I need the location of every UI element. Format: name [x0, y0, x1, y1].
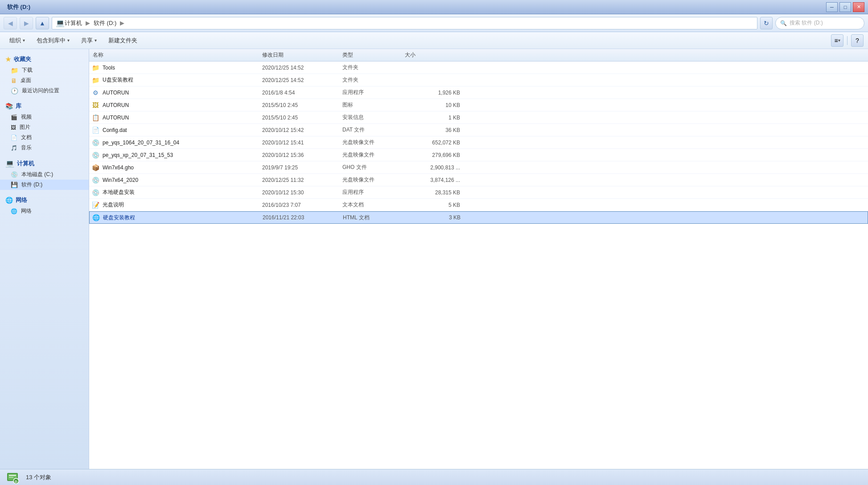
file-name: AUTORUN — [103, 102, 129, 108]
sidebar-item-desktop[interactable]: 🖥 桌面 — [0, 75, 89, 86]
sidebar-item-video[interactable]: 🎬 视频 — [0, 112, 89, 122]
sidebar-item-drive-d[interactable]: 💾 软件 (D:) — [0, 180, 89, 190]
sidebar-item-label: 网络 — [21, 207, 32, 215]
sidebar-item-picture[interactable]: 🖼 图片 — [0, 122, 89, 132]
back-button[interactable]: ◀ — [4, 17, 17, 29]
svg-text:D: D — [15, 480, 17, 484]
desktop-icon: 🖥 — [11, 77, 17, 84]
forward-button[interactable]: ▶ — [20, 17, 33, 29]
organize-button[interactable]: 组织 ▾ — [4, 34, 30, 47]
table-row[interactable]: 💿 pe_yqs_1064_20_07_31_16_04 2020/10/12 … — [89, 136, 868, 149]
network-label: 网络 — [16, 196, 27, 204]
file-type-cell: GHO 文件 — [339, 164, 401, 171]
table-row[interactable]: 💿 本地硬盘安装 2020/10/12 15:30 应用程序 28,315 KB — [89, 186, 868, 199]
table-row[interactable]: 📝 光盘说明 2016/10/23 7:07 文本文档 5 KB — [89, 199, 868, 211]
sidebar-item-drive-c[interactable]: 💿 本地磁盘 (C:) — [0, 169, 89, 180]
file-name-cell: 💿 pe_yqs_xp_20_07_31_15_53 — [89, 152, 259, 159]
library-header[interactable]: 📚 库 — [0, 100, 89, 112]
table-row[interactable]: 🖼 AUTORUN 2015/5/10 2:45 图标 10 KB — [89, 99, 868, 111]
file-name: 硬盘安装教程 — [103, 214, 135, 222]
file-type-cell: 图标 — [339, 101, 401, 109]
star-icon: ★ — [5, 56, 11, 63]
sidebar-section-favorites: ★ 收藏夹 📁 下载 🖥 桌面 🕐 最近访问的位置 — [0, 53, 89, 96]
file-name-cell: 🖼 AUTORUN — [89, 102, 259, 109]
file-size-cell: 279,696 KB — [401, 152, 464, 158]
sidebar-section-library: 📚 库 🎬 视频 🖼 图片 📄 文档 🎵 音乐 — [0, 100, 89, 153]
table-row[interactable]: 📦 Win7x64.gho 2019/9/7 19:25 GHO 文件 2,90… — [89, 161, 868, 174]
file-date-cell: 2020/10/12 15:30 — [259, 189, 339, 196]
toolbar-separator — [847, 36, 847, 45]
col-header-size[interactable]: 大小 — [401, 51, 464, 59]
sidebar-section-computer: 💻 计算机 💿 本地磁盘 (C:) 💾 软件 (D:) — [0, 157, 89, 190]
organize-label: 组织 — [9, 37, 21, 45]
file-date-cell: 2020/12/25 14:52 — [259, 65, 339, 71]
sidebar-item-download[interactable]: 📁 下载 — [0, 65, 89, 75]
table-row[interactable]: 📁 U盘安装教程 2020/12/25 14:52 文件夹 — [89, 74, 868, 86]
table-row[interactable]: 💿 Win7x64_2020 2020/12/25 11:32 光盘映像文件 3… — [89, 174, 868, 186]
col-header-modified[interactable]: 修改日期 — [259, 51, 339, 59]
computer-section-icon: 💻 — [5, 159, 14, 168]
download-icon: 📁 — [11, 67, 18, 74]
view-mode-button[interactable]: ≡ ▾ — [831, 34, 843, 47]
view-icon: ≡ — [834, 37, 838, 44]
network-header[interactable]: 🌐 网络 — [0, 194, 89, 206]
toolbar: 组织 ▾ 包含到库中 ▾ 共享 ▾ 新建文件夹 ≡ ▾ ? — [0, 32, 868, 49]
refresh-button[interactable]: ↻ — [760, 17, 773, 29]
window-title: 软件 (D:) — [4, 3, 30, 11]
table-row[interactable]: 🌐 硬盘安装教程 2016/11/21 22:03 HTML 文档 3 KB — [89, 211, 868, 224]
minimize-button[interactable]: ─ — [826, 2, 838, 12]
table-row[interactable]: 📋 AUTORUN 2015/5/10 2:45 安装信息 1 KB — [89, 111, 868, 124]
sidebar-item-music[interactable]: 🎵 音乐 — [0, 143, 89, 153]
new-folder-button[interactable]: 新建文件夹 — [103, 34, 142, 47]
help-button[interactable]: ? — [851, 34, 864, 47]
sidebar-item-document[interactable]: 📄 文档 — [0, 132, 89, 143]
file-name-cell: 📄 Config.dat — [89, 127, 259, 134]
view-dropdown-icon: ▾ — [838, 38, 840, 43]
address-path[interactable]: 💻 计算机 ▶ 软件 (D:) ▶ — [52, 17, 757, 29]
new-folder-label: 新建文件夹 — [108, 37, 137, 45]
sidebar-item-recent[interactable]: 🕐 最近访问的位置 — [0, 86, 89, 96]
share-button[interactable]: 共享 ▾ — [76, 34, 102, 47]
file-type-cell: 光盘映像文件 — [339, 139, 401, 146]
col-header-name[interactable]: 名称 — [89, 51, 259, 59]
help-icon: ? — [856, 37, 859, 44]
file-type-cell: 文件夹 — [339, 76, 401, 84]
col-header-type[interactable]: 类型 — [339, 51, 401, 59]
table-row[interactable]: 📄 Config.dat 2020/10/12 15:42 DAT 文件 36 … — [89, 124, 868, 136]
sidebar-item-network[interactable]: 🌐 网络 — [0, 206, 89, 216]
sidebar-item-label: 下载 — [22, 66, 33, 74]
file-size-cell: 1 KB — [401, 115, 464, 121]
file-icon: 📝 — [91, 201, 100, 209]
include-library-button[interactable]: 包含到库中 ▾ — [32, 34, 74, 47]
picture-icon: 🖼 — [11, 124, 16, 131]
search-placeholder: 搜索 软件 (D:) — [790, 19, 823, 27]
file-type-cell: 文件夹 — [339, 64, 401, 71]
up-button[interactable]: ▲ — [36, 17, 49, 29]
file-date-cell: 2016/10/23 7:07 — [259, 202, 339, 208]
table-row[interactable]: 💿 pe_yqs_xp_20_07_31_15_53 2020/10/12 15… — [89, 149, 868, 161]
file-type-cell: DAT 文件 — [339, 126, 401, 134]
network-section-icon: 🌐 — [5, 197, 13, 204]
close-button[interactable]: ✕ — [853, 2, 864, 12]
computer-header[interactable]: 💻 计算机 — [0, 157, 89, 169]
document-icon: 📄 — [11, 135, 17, 141]
file-type-cell: 应用程序 — [339, 89, 401, 96]
table-row[interactable]: 📁 Tools 2020/12/25 14:52 文件夹 — [89, 62, 868, 74]
maximize-button[interactable]: □ — [839, 2, 851, 12]
favorites-header[interactable]: ★ 收藏夹 — [0, 53, 89, 65]
addressbar: ◀ ▶ ▲ 💻 计算机 ▶ 软件 (D:) ▶ ↻ 🔍 搜索 软件 (D:) — [0, 14, 868, 32]
sidebar-item-label: 软件 (D:) — [21, 181, 42, 189]
sidebar-item-label: 音乐 — [21, 144, 32, 152]
sidebar-item-label: 视频 — [21, 113, 32, 121]
file-name: 光盘说明 — [103, 201, 124, 209]
file-date-cell: 2015/5/10 2:45 — [259, 115, 339, 121]
file-name: pe_yqs_xp_20_07_31_15_53 — [103, 152, 173, 158]
file-name: AUTORUN — [103, 115, 129, 121]
search-box[interactable]: 🔍 搜索 软件 (D:) — [775, 17, 864, 29]
filelist-area: 名称 修改日期 类型 大小 📁 Tools 2020/12/25 14:52 文… — [89, 49, 868, 469]
computer-icon: 💻 — [56, 19, 65, 27]
table-row[interactable]: ⚙ AUTORUN 2016/1/8 4:54 应用程序 1,926 KB — [89, 86, 868, 99]
file-name: 本地硬盘安装 — [103, 189, 135, 196]
computer-label: 计算机 — [17, 160, 34, 168]
file-size-cell: 652,072 KB — [401, 140, 464, 146]
